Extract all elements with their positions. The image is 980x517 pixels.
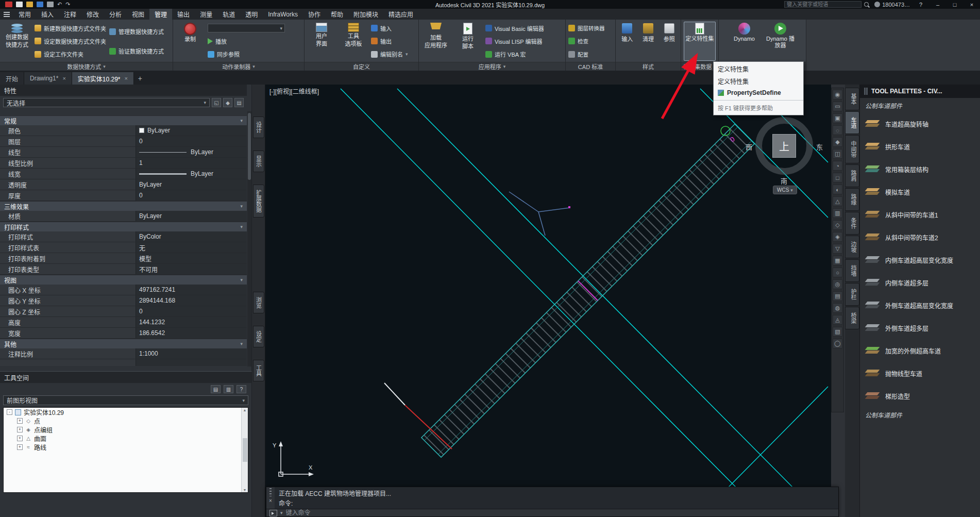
palette-group-tab[interactable]: 挡墙 — [845, 259, 859, 282]
properties-scrollbar[interactable] — [247, 111, 251, 366]
close-tab-icon[interactable]: × — [62, 75, 65, 81]
property-value[interactable]: ByLayer — [136, 125, 247, 136]
nav-toolbar-icon[interactable]: □ — [833, 173, 842, 182]
nav-toolbar-icon[interactable]: ◇ — [833, 220, 842, 230]
nav-toolbar-icon[interactable]: ◉ — [833, 90, 842, 99]
drawing-tab[interactable]: 实验实体10.29* × — [72, 72, 134, 85]
set-working-folder-button[interactable]: 设定工作文件夹 — [35, 49, 106, 59]
ribbon-tab[interactable]: 轨道 — [217, 9, 240, 20]
palette-group-tab[interactable]: 边坡 — [845, 236, 859, 258]
save-icon[interactable] — [37, 2, 43, 7]
palette-group-tab[interactable]: 基本 — [845, 88, 859, 110]
nav-toolbar-icon[interactable]: ▦ — [833, 256, 842, 265]
panel-label-cad-standards[interactable]: CAD 标准 — [566, 62, 615, 71]
print-icon[interactable] — [47, 2, 54, 7]
ribbon-tab[interactable]: 插入 — [36, 9, 59, 20]
tool-palettes-button[interactable]: 工具 选项板 — [339, 22, 368, 61]
panel-label-data-shortcuts[interactable]: 数据快捷方式▾ — [0, 62, 173, 71]
scrollbar-thumb[interactable] — [243, 438, 247, 462]
palette-side-tab[interactable]: 设计 — [253, 116, 264, 138]
expand-icon[interactable]: + — [17, 427, 23, 432]
tool-palette-item[interactable]: 外侧车道超高层变化宽度 — [860, 294, 980, 316]
property-value[interactable]: 0 — [136, 306, 247, 316]
tool-palettes-title[interactable]: TOOL PALETTES - CIV... — [860, 85, 980, 98]
palette-side-tab[interactable]: 浏览 — [253, 292, 264, 313]
dynamo-player-button[interactable]: Dynamo 播放器 — [764, 22, 797, 61]
user-interface-button[interactable]: 用户 界面 — [307, 22, 336, 61]
import-customization-button[interactable]: 输入 — [371, 24, 408, 33]
palette-group-tab[interactable]: 路缘 — [845, 188, 859, 211]
close-icon[interactable]: × — [269, 498, 272, 504]
dynamo-button[interactable]: Dynamo — [728, 22, 761, 61]
property-value[interactable]: 无 — [136, 242, 247, 253]
tool-palette-item[interactable]: 车道超高旋转轴 — [860, 112, 980, 135]
tool-palette-item[interactable]: 从斜中间带的车道2 — [860, 226, 980, 248]
ribbon-tab[interactable]: 常用 — [13, 9, 36, 20]
configure-standards-button[interactable]: 配置 — [568, 49, 605, 59]
toolspace-tree[interactable]: - 实验实体10.29 + ◇ 点 + ◈ 点编组 — [3, 407, 248, 493]
check-standards-button[interactable]: 检查 — [568, 37, 605, 46]
view-cube-top[interactable]: 上 — [772, 134, 796, 158]
nav-toolbar-icon[interactable]: ◆ — [833, 137, 842, 147]
tool-palette-item[interactable]: 从斜中间带的车道1 — [860, 203, 980, 226]
new-file-icon[interactable] — [16, 2, 23, 7]
nav-toolbar-icon[interactable]: ▣ — [833, 113, 842, 123]
nav-toolbar-icon[interactable]: ◬ — [833, 315, 842, 325]
tool-palette-item[interactable]: 外侧车道超多层 — [860, 316, 980, 339]
pickadd-toggle-button[interactable]: ◱ — [212, 98, 221, 107]
visual-lisp-editor-button[interactable]: Visual LISP 编辑器 — [485, 37, 544, 46]
command-window[interactable]: × 正在加载 AECC 建筑物场地管理器项目... 命令: ▾ — [266, 487, 839, 517]
tree-scrollbar[interactable]: ▲ ▼ — [241, 408, 248, 492]
undo-icon[interactable]: ↶ — [57, 2, 62, 7]
purge-styles-button[interactable]: 清理 — [639, 22, 657, 61]
load-application-button[interactable]: 加载 应用程序 — [421, 22, 450, 61]
ribbon-tab[interactable]: 透明 — [240, 9, 263, 20]
run-vba-macro-button[interactable]: 运行 VBA 宏 — [485, 49, 544, 59]
nav-toolbar-icon[interactable]: ◐ — [833, 185, 842, 194]
grip-dots-icon[interactable] — [269, 488, 272, 496]
nav-toolbar-icon[interactable]: ◌ — [833, 125, 842, 135]
tool-palette-item[interactable]: 梯形造型 — [860, 385, 980, 407]
expand-icon[interactable]: + — [17, 444, 23, 450]
ribbon-tab[interactable]: InfraWorks — [263, 9, 303, 20]
action-macro-combo[interactable]: ▾ — [208, 24, 285, 32]
ribbon-tab[interactable]: 协作 — [303, 9, 326, 20]
nav-toolbar-icon[interactable]: ◫ — [833, 149, 842, 159]
expand-icon[interactable]: + — [17, 418, 23, 424]
ribbon-tab[interactable]: 输出 — [172, 9, 195, 20]
view-combo[interactable]: 前图形视图 ▾ — [3, 395, 248, 405]
tool-palette-item[interactable]: 内侧车道超多层 — [860, 271, 980, 294]
nav-toolbar-icon[interactable]: ◎ — [833, 279, 842, 289]
compass-west[interactable]: 西 — [746, 142, 752, 152]
reference-styles-button[interactable]: 参照 — [660, 22, 678, 61]
properties-section-general[interactable]: 常规▾ — [0, 115, 247, 125]
nav-toolbar-icon[interactable]: ▭ — [833, 102, 842, 111]
property-value[interactable]: ByLayer — [136, 147, 247, 157]
nav-toolbar-icon[interactable]: ○ — [833, 268, 842, 277]
palette-group-tab[interactable]: 条件 — [845, 212, 859, 235]
properties-section-view[interactable]: 视图▾ — [0, 275, 247, 285]
new-drawing-tab-button[interactable]: + — [134, 72, 146, 85]
validate-data-shortcuts-button[interactable]: 验证数据快捷方式 — [109, 46, 164, 56]
properties-section-misc[interactable]: 其他▾ — [0, 339, 247, 348]
properties-section-3d-effects[interactable]: 三维效果▾ — [0, 201, 247, 211]
open-file-icon[interactable] — [26, 2, 33, 7]
search-input[interactable] — [784, 1, 861, 8]
ribbon-tab[interactable]: 注释 — [59, 9, 81, 20]
maximize-button[interactable]: □ — [949, 2, 961, 8]
close-button[interactable]: × — [966, 2, 978, 8]
tree-item[interactable]: + ◈ 点编组 — [4, 425, 248, 434]
tool-palette-item[interactable]: 加宽的外侧超高车道 — [860, 339, 980, 362]
nav-toolbar-icon[interactable]: ◍ — [833, 303, 842, 313]
nav-toolbar-icon[interactable]: ▤ — [833, 291, 842, 301]
layer-translator-button[interactable]: 图层转换器 — [568, 24, 605, 33]
user-menu[interactable]: 1800473… — [874, 2, 910, 8]
edit-aliases-button[interactable]: 编辑别名▾ — [371, 49, 408, 59]
tree-item[interactable]: + △ 曲面 — [4, 434, 248, 443]
grip-icon[interactable] — [864, 88, 866, 95]
property-value[interactable]: 0 — [136, 190, 247, 201]
property-value[interactable]: 1:1000 — [136, 348, 247, 359]
drawing-tab[interactable]: Drawing1* × — [24, 72, 72, 85]
ribbon-tab[interactable]: 附加模块 — [348, 9, 383, 20]
manage-data-shortcuts-button[interactable]: 管理数据快捷方式 — [109, 27, 164, 36]
